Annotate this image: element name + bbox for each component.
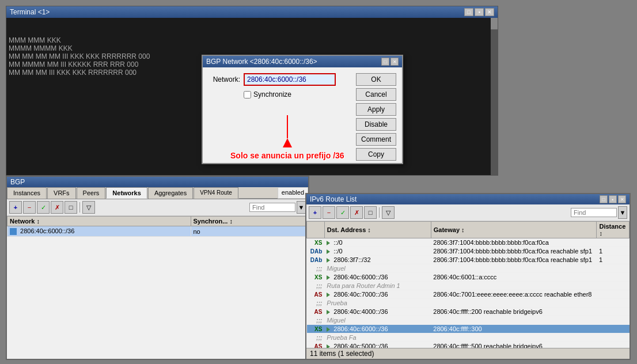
ipv6-toolbar-separator <box>379 207 380 218</box>
disable-button[interactable]: Disable <box>356 118 396 131</box>
terminal-scrollbar[interactable] <box>491 18 498 175</box>
table-row[interactable]: AS 2806:40c:4000::/36 2806:40c:ffff::200… <box>307 308 630 316</box>
bgp-dialog-title-text: BGP Network <2806:40c:6000::/36> <box>206 58 317 66</box>
cell-dst: 2806:40c:5000::/36 <box>324 342 431 348</box>
cell-tag: AS <box>307 290 325 299</box>
col-gateway[interactable]: Gateway ↕ <box>431 222 597 238</box>
ipv6-filter-btn[interactable]: ▽ <box>382 206 395 219</box>
square-btn[interactable]: □ <box>65 201 77 214</box>
cell-dst: 2806:3f7::/32 <box>324 256 431 264</box>
col-dst[interactable]: Dst. Address ↕ <box>324 222 431 238</box>
table-row[interactable]: ;;; Prueba <box>307 299 630 308</box>
ipv6-check-btn[interactable]: ✓ <box>336 206 349 219</box>
col-network[interactable]: Network ↕ <box>7 217 191 226</box>
table-row[interactable]: AS 2806:40c:5000::/36 2806:40c:ffff::500… <box>307 342 630 348</box>
cell-tag: XS <box>307 273 325 282</box>
cell-distance <box>597 238 630 247</box>
ipv6-panel-title: IPv6 Route List □ ▪ ✕ <box>306 194 630 204</box>
ipv6-close-btn[interactable]: ✕ <box>618 195 626 203</box>
table-row[interactable]: ;;; Ruta para Router Admin 1 <box>307 282 630 290</box>
add-btn[interactable]: + <box>9 201 22 214</box>
bgp-dialog-controls: □ ✕ <box>381 58 399 66</box>
cell-tag: ;;; <box>307 264 325 273</box>
cell-dst: Miguel <box>324 264 431 273</box>
cross-btn[interactable]: ✗ <box>51 201 63 214</box>
tab-networks[interactable]: Networks <box>106 187 147 199</box>
bgp-networks-table: Network ↕ Synchron... ↕ 2806:40c:6000::/… <box>7 216 308 237</box>
cell-distance <box>597 273 630 282</box>
table-row[interactable]: ;;; Miguel <box>307 264 630 273</box>
network-label: Network: <box>208 75 240 84</box>
ipv6-remove-btn[interactable]: − <box>323 206 335 219</box>
cell-tag: ;;; <box>307 333 325 342</box>
remove-btn[interactable]: − <box>23 201 36 214</box>
synchronize-checkbox[interactable] <box>244 91 251 98</box>
annotation-container: Solo se anuncia un prefijo /36 <box>230 115 344 160</box>
terminal-minimize-btn[interactable]: □ <box>464 8 473 16</box>
annotation-text: Solo se anuncia un prefijo /36 <box>230 151 344 160</box>
ipv6-maximize-btn[interactable]: ▪ <box>609 195 617 203</box>
table-row[interactable]: XS ::/0 2806:3f7:1004:bbbb:bbbb:bbbb:f0c… <box>307 238 630 247</box>
apply-button[interactable]: Apply <box>356 103 396 116</box>
cell-distance <box>597 325 630 333</box>
table-row[interactable]: XS 2806:40c:6000::/36 2806:40c:6001::a:c… <box>307 273 630 282</box>
ipv6-table-container[interactable]: Dst. Address ↕ Gateway ↕ Distance ↕ XS :… <box>306 221 630 348</box>
cell-gateway <box>431 316 597 325</box>
cancel-button[interactable]: Cancel <box>356 88 396 101</box>
cell-gateway: 2806:3f7:1004:bbbb:bbbb:bbbb:f0ca:f0ca <box>431 238 597 247</box>
ipv6-find-dropdown-btn[interactable]: ▼ <box>618 206 627 219</box>
cell-dst: 2806:40c:7000::/36 <box>324 290 431 299</box>
bgp-find-input[interactable] <box>249 203 295 212</box>
cell-dst: ::/0 <box>324 247 431 256</box>
tab-aggregates[interactable]: Aggregates <box>148 187 193 199</box>
bgp-dialog-close-btn[interactable]: ✕ <box>390 58 399 66</box>
col-distance[interactable]: Distance ↕ <box>597 222 630 238</box>
cell-dst: 2806:40c:6000::/36 <box>324 325 431 333</box>
ipv6-cross-btn[interactable]: ✗ <box>350 206 363 219</box>
table-row[interactable]: ;;; Prueba Fa <box>307 333 630 342</box>
bgp-dialog-buttons: OK Cancel Apply Disable Comment Copy <box>356 73 396 161</box>
terminal-maximize-btn[interactable]: ▪ <box>475 8 484 16</box>
table-row[interactable]: ;;; Miguel <box>307 316 630 325</box>
check-btn[interactable]: ✓ <box>37 201 50 214</box>
bgp-tabs: Instances VRFs Peers Networks Aggregates… <box>7 187 308 199</box>
filter-btn[interactable]: ▽ <box>82 201 95 214</box>
ipv6-find-input[interactable] <box>571 208 617 217</box>
cell-distance <box>597 290 630 299</box>
find-dropdown-btn[interactable]: ▼ <box>297 201 306 214</box>
ok-button[interactable]: OK <box>356 73 396 86</box>
terminal-scrollbar-thumb[interactable] <box>491 18 498 29</box>
ipv6-minimize-btn[interactable]: □ <box>600 195 608 203</box>
tab-peers[interactable]: Peers <box>77 187 106 199</box>
comment-button[interactable]: Comment <box>356 133 396 146</box>
cell-dst: Prueba Fa <box>324 333 431 342</box>
terminal-close-btn[interactable]: ✕ <box>485 8 494 16</box>
terminal-title: Terminal <1> <box>10 8 50 16</box>
cell-distance <box>597 299 630 308</box>
ipv6-square-btn[interactable]: □ <box>364 206 377 219</box>
copy-button[interactable]: Copy <box>356 148 396 161</box>
tab-vpn4route[interactable]: VPN4 Route <box>194 187 238 199</box>
cell-sync: no <box>191 226 308 237</box>
cell-tag: DAb <box>307 247 325 256</box>
table-row[interactable]: DAb ::/0 2806:3f7:1004:bbbb:bbbb:bbbb:f0… <box>307 247 630 256</box>
cell-gateway: 2806:3f7:1004:bbbb:bbbb:bbbb:f0ca:f0ca r… <box>431 256 597 264</box>
cell-gateway: 2806:40c:ffff::200 reachable bridgeipv6 <box>431 308 597 316</box>
table-row[interactable]: AS 2806:40c:7000::/36 2806:40c:7001:eeee… <box>307 290 630 299</box>
bgp-main-panel: BGP Instances VRFs Peers Networks Aggreg… <box>6 176 309 360</box>
table-row[interactable]: 2806:40c:6000::/36 no <box>7 226 308 237</box>
table-row[interactable]: XS 2806:40c:6000::/36 2806:40c:ffff::300 <box>307 325 630 333</box>
ipv6-add-btn[interactable]: + <box>309 206 321 219</box>
tab-vrfs[interactable]: VRFs <box>47 187 76 199</box>
col-sync[interactable]: Synchron... ↕ <box>191 217 308 226</box>
bgp-dialog-minimize-btn[interactable]: □ <box>381 58 389 66</box>
cell-dst: 2806:40c:6000::/36 <box>324 273 431 282</box>
cell-distance <box>597 308 630 316</box>
tab-instances[interactable]: Instances <box>7 187 47 199</box>
terminal-line: MMMM MMMM KKK <box>9 44 495 52</box>
cell-tag: XS <box>307 238 325 247</box>
network-form-row: Network: <box>208 73 351 86</box>
table-row[interactable]: DAb 2806:3f7::/32 2806:3f7:1004:bbbb:bbb… <box>307 256 630 264</box>
network-input[interactable] <box>244 73 336 86</box>
cell-dst: 2806:40c:4000::/36 <box>324 308 431 316</box>
